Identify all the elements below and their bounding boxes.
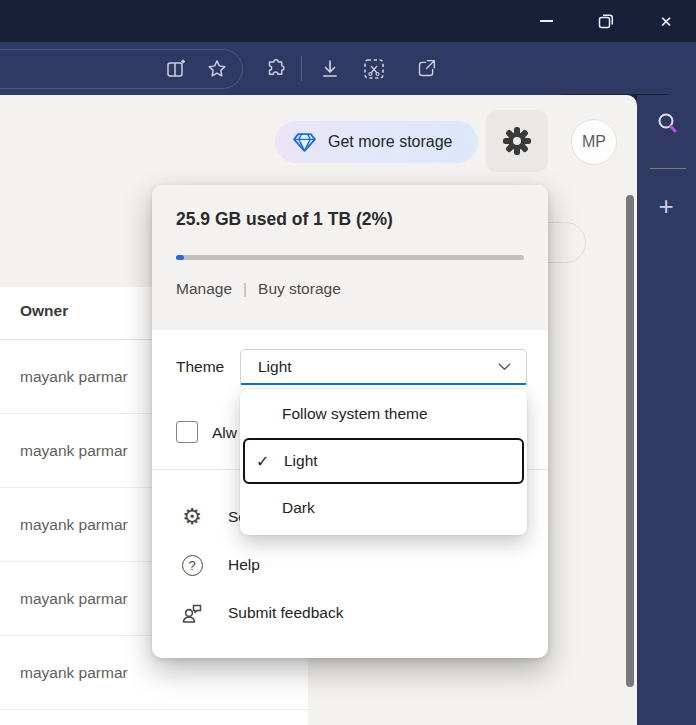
gear-icon bbox=[501, 125, 533, 157]
split-screen-icon bbox=[166, 59, 186, 79]
toolbar-divider bbox=[301, 56, 302, 81]
submit-feedback-menu-item[interactable]: Submit feedback bbox=[180, 599, 343, 627]
storage-progress-bar bbox=[176, 255, 524, 260]
sidebar-divider bbox=[650, 168, 686, 169]
theme-dropdown-menu: Follow system theme ✓ Light Dark bbox=[240, 389, 527, 535]
theme-option-dark[interactable]: Dark bbox=[240, 484, 527, 532]
minimize-icon bbox=[540, 20, 553, 22]
split-screen-button[interactable] bbox=[163, 42, 189, 95]
browser-window: ✕ bbox=[0, 0, 696, 725]
feedback-person-icon bbox=[180, 601, 204, 625]
avatar-initials: MP bbox=[582, 133, 606, 151]
always-show-checkbox[interactable] bbox=[176, 421, 198, 443]
theme-option-light[interactable]: ✓ Light bbox=[243, 438, 524, 484]
sidebar-add-button[interactable]: + bbox=[651, 191, 681, 221]
favorites-button[interactable] bbox=[203, 42, 231, 95]
vertical-scrollbar[interactable] bbox=[626, 195, 634, 687]
window-titlebar: ✕ bbox=[0, 0, 696, 42]
edge-sidebar: + bbox=[637, 95, 696, 725]
help-menu-item[interactable]: ? Help bbox=[180, 551, 260, 579]
downloads-button[interactable] bbox=[316, 42, 344, 95]
theme-select-value: Light bbox=[258, 358, 292, 376]
link-separator: | bbox=[243, 280, 247, 298]
star-icon bbox=[206, 58, 228, 80]
share-button[interactable] bbox=[412, 42, 440, 95]
checkmark-icon: ✓ bbox=[256, 452, 269, 471]
close-button[interactable]: ✕ bbox=[644, 0, 688, 42]
storage-section: 25.9 GB used of 1 TB (2%) Manage | Buy s… bbox=[152, 185, 548, 330]
storage-progress-fill bbox=[176, 255, 184, 260]
gear-outline-icon: ⚙ bbox=[180, 505, 204, 529]
theme-label: Theme bbox=[176, 358, 224, 376]
help-menu-label: Help bbox=[228, 556, 260, 574]
sidebar-search-button[interactable] bbox=[655, 111, 681, 141]
minimize-button[interactable] bbox=[524, 0, 568, 42]
page-content: Owner mayank parmar mayank parmar mayank… bbox=[0, 95, 637, 725]
account-avatar[interactable]: MP bbox=[571, 119, 617, 165]
owner-column-header[interactable]: Owner bbox=[20, 302, 68, 320]
theme-option-label: Dark bbox=[282, 499, 315, 517]
manage-link[interactable]: Manage bbox=[176, 280, 232, 298]
screenshot-button[interactable] bbox=[360, 42, 388, 95]
buy-storage-link[interactable]: Buy storage bbox=[258, 280, 341, 298]
chevron-down-icon bbox=[497, 359, 512, 374]
settings-gear-button[interactable] bbox=[486, 110, 548, 172]
close-icon: ✕ bbox=[660, 14, 673, 29]
storage-usage-title: 25.9 GB used of 1 TB (2%) bbox=[176, 209, 393, 230]
storage-links: Manage | Buy storage bbox=[176, 280, 341, 298]
theme-select[interactable]: Light bbox=[240, 349, 527, 385]
restore-button[interactable] bbox=[584, 0, 628, 42]
theme-option-label: Follow system theme bbox=[282, 405, 428, 423]
settings-panel: 25.9 GB used of 1 TB (2%) Manage | Buy s… bbox=[152, 185, 548, 658]
diamond-icon bbox=[292, 130, 317, 155]
download-icon bbox=[320, 59, 340, 79]
get-more-storage-button[interactable]: Get more storage bbox=[275, 121, 478, 163]
search-icon bbox=[655, 111, 681, 137]
restore-icon bbox=[598, 13, 614, 29]
browser-toolbar: … Ask Copilot bbox=[0, 42, 696, 95]
theme-option-follow-system[interactable]: Follow system theme bbox=[240, 390, 527, 438]
help-icon: ? bbox=[180, 553, 204, 577]
share-icon bbox=[416, 58, 437, 79]
always-show-checkbox-label: Alw bbox=[212, 424, 237, 442]
extensions-puzzle-icon bbox=[266, 58, 287, 79]
theme-option-label: Light bbox=[284, 452, 318, 470]
get-more-storage-label: Get more storage bbox=[328, 133, 453, 151]
extensions-button[interactable] bbox=[263, 42, 289, 95]
screenshot-icon bbox=[362, 57, 386, 81]
submit-feedback-label: Submit feedback bbox=[228, 604, 343, 622]
